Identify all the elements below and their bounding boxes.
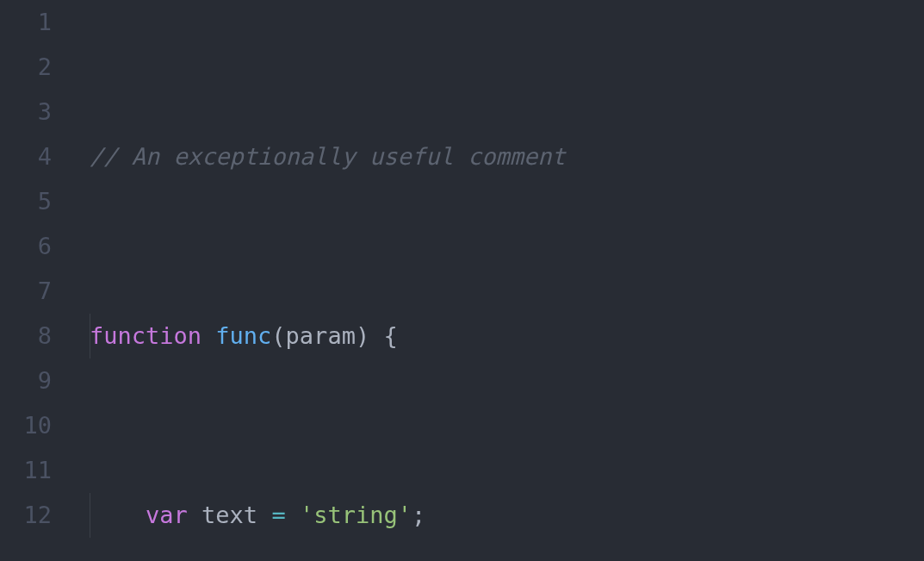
punct-token: ) bbox=[356, 322, 369, 349]
line-number: 8 bbox=[0, 314, 52, 358]
line-number: 11 bbox=[0, 448, 52, 493]
line-number: 3 bbox=[0, 90, 52, 134]
line-number-gutter: 1 2 3 4 5 6 7 8 9 10 11 12 bbox=[0, 0, 67, 561]
line-number: 5 bbox=[0, 179, 52, 224]
line-number: 2 bbox=[0, 45, 52, 90]
line-number: 10 bbox=[0, 403, 52, 448]
code-line[interactable]: var text = 'string'; bbox=[90, 493, 706, 538]
code-line[interactable]: function func(param) { bbox=[90, 314, 706, 358]
operator-token: = bbox=[271, 502, 285, 528]
brace-token: { bbox=[383, 322, 397, 349]
punct-token: ( bbox=[271, 322, 285, 349]
keyword-token: var bbox=[146, 502, 188, 528]
function-name-token: func bbox=[215, 322, 271, 349]
line-number: 12 bbox=[0, 493, 52, 538]
comment-token: // An exceptionally useful comment bbox=[90, 143, 566, 170]
line-number: 7 bbox=[0, 269, 52, 314]
line-number: 4 bbox=[0, 134, 52, 179]
param-token: param bbox=[286, 322, 356, 349]
punct-token: ; bbox=[412, 502, 425, 528]
line-number: 1 bbox=[0, 0, 52, 45]
string-token: 'string' bbox=[300, 502, 412, 528]
line-number: 9 bbox=[0, 358, 52, 403]
code-line[interactable]: // An exceptionally useful comment bbox=[90, 134, 706, 179]
keyword-token: function bbox=[90, 322, 202, 349]
line-number: 6 bbox=[0, 224, 52, 269]
code-area[interactable]: // An exceptionally useful comment funct… bbox=[67, 0, 706, 561]
identifier-token: text bbox=[202, 502, 257, 528]
code-editor[interactable]: 1 2 3 4 5 6 7 8 9 10 11 12 // An excepti… bbox=[0, 0, 924, 561]
